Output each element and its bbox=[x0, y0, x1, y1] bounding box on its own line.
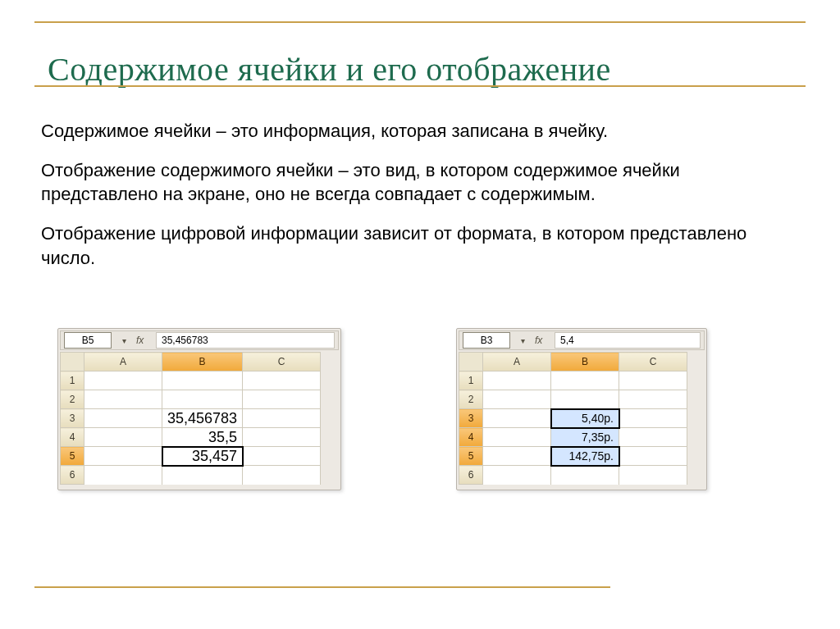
cell-c1[interactable] bbox=[243, 371, 321, 390]
body-text: Содержимое ячейки – это информация, кото… bbox=[41, 119, 799, 285]
decor-rule-bottom bbox=[34, 586, 610, 588]
cell-a4[interactable] bbox=[483, 428, 551, 447]
col-header-a[interactable]: A bbox=[483, 353, 551, 371]
cell-a6[interactable] bbox=[84, 466, 162, 485]
row-header-3[interactable]: 3 bbox=[459, 409, 483, 428]
row-header-4[interactable]: 4 bbox=[459, 428, 483, 447]
paragraph-1: Содержимое ячейки – это информация, кото… bbox=[41, 119, 799, 144]
col-header-b[interactable]: B bbox=[551, 353, 619, 371]
cell-b4[interactable]: 35,5 bbox=[162, 428, 243, 447]
select-all-corner[interactable] bbox=[459, 353, 483, 371]
cell-a2[interactable] bbox=[84, 390, 162, 409]
row-header-4[interactable]: 4 bbox=[61, 428, 84, 447]
cell-c5[interactable] bbox=[243, 447, 321, 466]
cell-a2[interactable] bbox=[483, 390, 551, 409]
cell-c6[interactable] bbox=[243, 466, 321, 485]
row-header-2[interactable]: 2 bbox=[61, 390, 84, 409]
cell-b2[interactable] bbox=[551, 390, 619, 409]
grid: A B C 1 2 3 5,40р. bbox=[459, 352, 687, 485]
cell-b1[interactable] bbox=[162, 371, 243, 390]
cell-c3[interactable] bbox=[619, 409, 687, 428]
cell-c2[interactable] bbox=[243, 390, 321, 409]
paragraph-2: Отображение содержимого ячейки – это вид… bbox=[41, 158, 799, 207]
cell-b5[interactable]: 142,75р. bbox=[551, 447, 619, 466]
fx-icon[interactable]: fx bbox=[136, 335, 151, 346]
cell-a5[interactable] bbox=[84, 447, 162, 466]
formula-value[interactable]: 35,456783 bbox=[156, 332, 335, 349]
cell-c5[interactable] bbox=[619, 447, 687, 466]
row-header-6[interactable]: 6 bbox=[61, 466, 84, 485]
formula-value[interactable]: 5,4 bbox=[555, 332, 701, 349]
row-header-5[interactable]: 5 bbox=[61, 447, 84, 466]
formula-bar: B5 ▾ fx 35,456783 bbox=[60, 330, 339, 350]
row-header-2[interactable]: 2 bbox=[459, 390, 483, 409]
cell-c3[interactable] bbox=[243, 409, 321, 428]
col-header-c[interactable]: C bbox=[619, 353, 687, 371]
row-header-5[interactable]: 5 bbox=[459, 447, 483, 466]
cell-a5[interactable] bbox=[483, 447, 551, 466]
cell-c6[interactable] bbox=[619, 466, 687, 485]
grid: A B C 1 2 3 35,456783 bbox=[60, 352, 321, 485]
row-header-3[interactable]: 3 bbox=[61, 409, 84, 428]
col-header-a[interactable]: A bbox=[84, 353, 162, 371]
name-box[interactable]: B5 bbox=[64, 332, 112, 349]
fx-icon[interactable]: fx bbox=[535, 335, 550, 346]
cell-b3[interactable]: 5,40р. bbox=[551, 409, 619, 428]
cell-b4[interactable]: 7,35р. bbox=[551, 428, 619, 447]
slide-title: Содержимое ячейки и его отображение bbox=[48, 50, 806, 89]
cell-a4[interactable] bbox=[84, 428, 162, 447]
row-header-1[interactable]: 1 bbox=[459, 371, 483, 390]
cell-a6[interactable] bbox=[483, 466, 551, 485]
decor-rule-top bbox=[34, 21, 806, 23]
row-header-1[interactable]: 1 bbox=[61, 371, 84, 390]
name-box[interactable]: B3 bbox=[463, 332, 510, 349]
cell-a3[interactable] bbox=[483, 409, 551, 428]
cell-b1[interactable] bbox=[551, 371, 619, 390]
cell-b5[interactable]: 35,457 bbox=[162, 447, 243, 466]
col-header-c[interactable]: C bbox=[243, 353, 321, 371]
formula-bar: B3 ▾ fx 5,4 bbox=[459, 330, 705, 350]
cell-a1[interactable] bbox=[483, 371, 551, 390]
name-box-dropdown-icon[interactable]: ▾ bbox=[116, 333, 131, 348]
select-all-corner[interactable] bbox=[61, 353, 84, 371]
cell-a3[interactable] bbox=[84, 409, 162, 428]
cell-c4[interactable] bbox=[619, 428, 687, 447]
row-header-6[interactable]: 6 bbox=[459, 466, 483, 485]
cell-b2[interactable] bbox=[162, 390, 243, 409]
spreadsheet-example-2: B3 ▾ fx 5,4 A B C 1 2 bbox=[456, 328, 707, 490]
cell-a1[interactable] bbox=[84, 371, 162, 390]
cell-b6[interactable] bbox=[551, 466, 619, 485]
col-header-b[interactable]: B bbox=[162, 353, 243, 371]
spreadsheet-example-1: B5 ▾ fx 35,456783 A B C 1 2 bbox=[57, 328, 341, 490]
cell-b3[interactable]: 35,456783 bbox=[162, 409, 243, 428]
decor-rule-under-title bbox=[34, 85, 806, 87]
paragraph-3: Отображение цифровой информации зависит … bbox=[41, 221, 799, 270]
cell-b6[interactable] bbox=[162, 466, 243, 485]
name-box-dropdown-icon[interactable]: ▾ bbox=[515, 333, 530, 348]
cell-c4[interactable] bbox=[243, 428, 321, 447]
cell-c2[interactable] bbox=[619, 390, 687, 409]
cell-c1[interactable] bbox=[619, 371, 687, 390]
